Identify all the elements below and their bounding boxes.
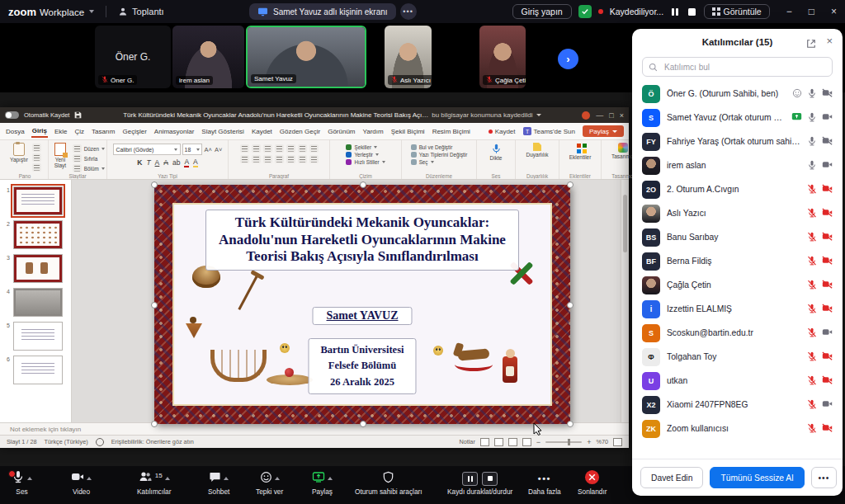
camera-off-icon[interactable] (822, 230, 833, 245)
zoom-level[interactable]: %70 (596, 438, 608, 445)
menu-tab[interactable]: Şekil Biçimi (390, 125, 426, 137)
camera-off-icon[interactable] (822, 278, 833, 293)
audio-button[interactable]: Ses (12, 470, 32, 496)
participants-button[interactable]: 15Katılımcılar (137, 470, 172, 496)
camera-off-icon[interactable] (822, 374, 833, 389)
shapes-button[interactable]: Şekiller (346, 144, 385, 150)
mic-muted-icon[interactable] (807, 326, 817, 341)
participant-row[interactable]: Aslı Yazıcı (632, 201, 843, 225)
ppt-restore-button[interactable]: □ (609, 111, 613, 120)
sign-in-button[interactable]: Giriş yapın (512, 4, 572, 19)
ppt-close-button[interactable]: × (620, 111, 624, 120)
participant-row[interactable]: X2Xiaomi 2407FPN8EG (632, 393, 843, 417)
chevron-up-icon[interactable] (328, 477, 333, 480)
participant-row[interactable]: BSBanu Sarıbay (632, 225, 843, 249)
grow-font-icon[interactable]: A˄ (205, 146, 212, 153)
close-panel-button[interactable]: × (826, 35, 833, 47)
font-format-button[interactable]: ab (172, 158, 180, 167)
bullets-icon[interactable] (240, 144, 249, 153)
maximize-button[interactable]: □ (809, 6, 814, 17)
stop-recording-button[interactable] (688, 8, 696, 16)
mic-icon[interactable] (807, 111, 817, 125)
font-size-select[interactable]: 18 (182, 144, 202, 155)
mic-muted-icon[interactable] (807, 422, 817, 436)
panel-more-button[interactable]: ••• (811, 467, 838, 488)
account-avatar[interactable] (582, 111, 590, 120)
participant-row[interactable]: SSamet Yavuz (Ortak oturum sahibi) (632, 106, 843, 130)
camera-off-icon[interactable] (822, 182, 833, 197)
camera-off-icon[interactable] (822, 350, 833, 365)
view-button[interactable]: Görüntüle (704, 4, 770, 19)
participant-row[interactable]: Çağla Çetin (632, 273, 843, 297)
selection-handle[interactable] (567, 421, 574, 427)
reset-button[interactable]: Sıfırla (73, 154, 105, 163)
menu-tab[interactable]: Giriş (31, 125, 48, 138)
camera-icon[interactable] (822, 111, 833, 125)
video-tile[interactable]: irem aslan (172, 26, 244, 88)
notes-toggle[interactable]: Notlar (459, 438, 474, 445)
text-direction-icon[interactable] (298, 144, 307, 153)
pause-recording-button[interactable] (670, 7, 680, 17)
zoom-out-button[interactable]: − (536, 438, 541, 446)
menu-tab[interactable]: Yardım (362, 125, 385, 137)
participant-row[interactable]: İİzzettin ELALMIŞ (632, 297, 843, 321)
columns-icon[interactable] (309, 144, 319, 153)
participant-row[interactable]: FYFahriye Yaraş (Ortak oturum sahibi) (632, 130, 843, 153)
slide-thumbnail[interactable] (13, 186, 63, 215)
menu-tab[interactable]: Slayt Gösterisi (201, 125, 245, 137)
menu-tab[interactable]: Kaydet (251, 125, 273, 137)
camera-off-icon[interactable] (822, 302, 833, 317)
selection-handle[interactable] (360, 421, 366, 427)
arrange-button[interactable]: Yerleştir (346, 152, 385, 158)
mic-muted-icon[interactable] (807, 398, 817, 412)
mic-muted-icon[interactable] (807, 350, 817, 365)
camera-off-icon[interactable] (822, 134, 833, 149)
sensitivity-button[interactable]: Duyarlılık (524, 142, 550, 158)
accessibility-status[interactable]: Erişilebilirlik: Önerilere göz atın (111, 438, 194, 445)
participant-row[interactable]: BFBerna Fildiş (632, 249, 843, 273)
encryption-shield-icon[interactable] (578, 5, 592, 18)
justify-icon[interactable] (275, 155, 284, 163)
menu-tab[interactable]: Tasarım (91, 125, 116, 137)
line-spacing-icon[interactable] (286, 144, 295, 153)
chevron-up-icon[interactable] (275, 477, 280, 480)
mic-muted-icon[interactable] (807, 182, 817, 197)
mic-muted-icon[interactable] (807, 374, 817, 389)
video-tile[interactable]: Samet Yavuz (246, 26, 366, 88)
copy-icon[interactable] (32, 153, 41, 162)
menu-tab[interactable]: Geçişler (122, 125, 148, 137)
minimize-button[interactable]: − (786, 6, 792, 17)
mute-all-button[interactable]: Tümünü Sessize Al (710, 467, 804, 488)
close-button[interactable]: × (831, 6, 837, 17)
next-participants-button[interactable]: › (558, 49, 578, 69)
autosave-toggle[interactable] (5, 111, 19, 119)
slide-thumbnail[interactable] (13, 220, 63, 249)
indent-increase-icon[interactable] (275, 144, 284, 153)
font-format-button[interactable]: A (155, 158, 160, 167)
layout-button[interactable]: Düzen (73, 144, 105, 153)
addins-button[interactable]: Eklentiler (568, 142, 593, 161)
selection-handle[interactable] (567, 181, 574, 188)
camera-off-icon[interactable] (822, 206, 833, 221)
font-format-button[interactable]: A (193, 158, 198, 167)
menu-tab[interactable]: Dosya (5, 125, 26, 137)
chevron-up-icon[interactable] (87, 477, 92, 480)
language-status[interactable]: Türkçe (Türkiye) (45, 438, 88, 445)
camera-off-icon[interactable] (822, 87, 833, 101)
chevron-up-icon[interactable] (27, 477, 32, 480)
format-painter-icon[interactable] (32, 163, 41, 172)
record-button[interactable]: Kaydet (489, 128, 516, 135)
recording-controls[interactable]: Kaydı duraklat/durdur (447, 470, 512, 496)
paragraph-dialog-icon[interactable] (309, 155, 319, 163)
mic-icon[interactable] (807, 87, 817, 101)
menu-tab[interactable]: Çiz (73, 125, 85, 137)
find-replace-button[interactable]: Bul ve Değiştir (411, 144, 468, 150)
slide-title[interactable]: Türk Kültüründeki Mekanik Oyuncaklar: An… (205, 210, 519, 271)
paste-button[interactable]: Yapıştır (8, 142, 30, 163)
camera-off-icon[interactable] (822, 422, 833, 436)
meeting-tab[interactable]: Toplantı (118, 7, 164, 16)
camera-icon[interactable] (822, 326, 833, 341)
end-button[interactable]: Sonlandır (578, 470, 607, 496)
participant-search-input[interactable] (642, 57, 833, 77)
participant-row[interactable]: 2O2. Oturum A.Cıvgın (632, 177, 843, 201)
